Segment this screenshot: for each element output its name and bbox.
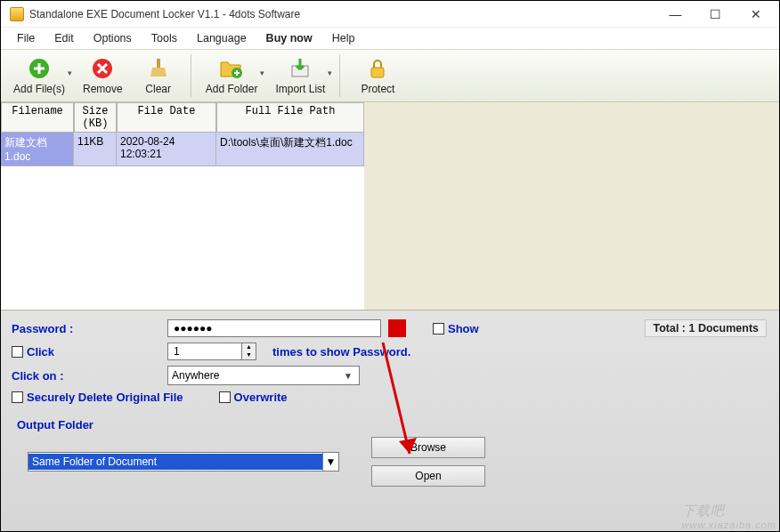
- overwrite-checkbox[interactable]: [219, 391, 231, 403]
- svg-rect-5: [371, 68, 384, 77]
- menu-file[interactable]: File: [8, 29, 44, 47]
- click-label: Click: [27, 345, 54, 359]
- menu-buy-now[interactable]: Buy now: [257, 29, 321, 47]
- times-suffix-label: times to show Password.: [272, 345, 410, 359]
- click-on-value: Anywhere: [172, 369, 219, 382]
- add-files-button[interactable]: ▾ Add File(s): [4, 52, 74, 99]
- app-icon: [10, 7, 24, 21]
- clear-label: Clear: [145, 83, 171, 95]
- menu-options[interactable]: Options: [85, 29, 141, 47]
- maximize-button[interactable]: ☐: [695, 2, 735, 27]
- chevron-down-icon: ▼: [322, 453, 338, 471]
- output-folder-label: Output Folder: [17, 418, 768, 431]
- cell-size: 11KB: [74, 133, 117, 166]
- total-documents-badge: Total : 1 Documents: [645, 319, 767, 337]
- click-checkbox[interactable]: [12, 346, 23, 358]
- file-grid[interactable]: Filename Size (KB) File Date Full File P…: [1, 102, 364, 310]
- remove-label: Remove: [83, 83, 123, 95]
- menu-help[interactable]: Help: [323, 29, 364, 47]
- import-list-label: Import List: [275, 83, 325, 95]
- col-date[interactable]: File Date: [117, 102, 216, 133]
- col-size[interactable]: Size (KB): [74, 102, 117, 133]
- remove-button[interactable]: Remove: [74, 52, 132, 99]
- chevron-down-icon: ▼: [341, 371, 355, 381]
- chevron-down-icon: ▾: [68, 69, 72, 77]
- click-on-label: Click on :: [12, 369, 167, 383]
- clear-button[interactable]: Clear: [132, 52, 185, 99]
- protect-button[interactable]: Protect: [345, 52, 410, 99]
- add-files-label: Add File(s): [13, 83, 65, 95]
- remove-icon: [90, 56, 115, 81]
- toolbar-separator: [339, 54, 340, 97]
- cell-path: D:\tools\桌面\新建文档1.doc: [216, 133, 364, 166]
- password-input[interactable]: ●●●●●●: [167, 319, 381, 337]
- output-folder-value: Same Folder of Document: [28, 454, 322, 470]
- grid-header: Filename Size (KB) File Date Full File P…: [1, 102, 364, 133]
- cell-filename: 新建文档1.doc: [1, 133, 74, 166]
- lock-icon: [365, 56, 390, 81]
- secure-delete-checkbox[interactable]: [12, 391, 23, 403]
- broom-icon: [146, 56, 171, 81]
- add-folder-button[interactable]: ▾ Add Folder: [197, 52, 267, 99]
- chevron-down-icon: ▾: [260, 69, 264, 77]
- close-button[interactable]: ✕: [735, 2, 776, 27]
- browse-button[interactable]: Browse: [371, 437, 485, 458]
- file-list-area: Filename Size (KB) File Date Full File P…: [1, 102, 779, 310]
- import-icon: [288, 56, 313, 81]
- spinner-up[interactable]: ▲: [241, 343, 256, 351]
- col-path[interactable]: Full File Path: [216, 102, 364, 133]
- table-row[interactable]: 新建文档1.doc 11KB 2020-08-24 12:03:21 D:\to…: [1, 133, 364, 166]
- toolbar-separator: [191, 54, 191, 97]
- toolbar: ▾ Add File(s) Remove Clear ▾ Add Folder …: [1, 49, 779, 102]
- svg-rect-2: [157, 59, 160, 68]
- open-button[interactable]: Open: [371, 465, 485, 487]
- overwrite-label: Overwrite: [234, 391, 288, 404]
- show-password-checkbox[interactable]: [433, 323, 444, 335]
- window-title: Standalone EXE Document Locker V1.1 - 4d…: [29, 8, 655, 20]
- chevron-down-icon: ▾: [328, 69, 332, 77]
- output-folder-combo[interactable]: Same Folder of Document ▼: [28, 452, 339, 472]
- secure-delete-label: Securely Delete Original File: [27, 391, 183, 404]
- menu-language[interactable]: Language: [188, 29, 256, 47]
- menu-tools[interactable]: Tools: [142, 29, 186, 47]
- menu-bar: File Edit Options Tools Language Buy now…: [1, 28, 779, 49]
- grid-blank-area: [364, 102, 779, 310]
- show-label: Show: [448, 322, 479, 335]
- import-list-button[interactable]: ▾ Import List: [266, 52, 334, 99]
- cell-date: 2020-08-24 12:03:21: [117, 133, 216, 166]
- titlebar: Standalone EXE Document Locker V1.1 - 4d…: [1, 1, 779, 28]
- menu-edit[interactable]: Edit: [45, 29, 83, 47]
- spinner-value: 1: [174, 345, 180, 358]
- add-folder-label: Add Folder: [206, 83, 258, 95]
- folder-add-icon: [219, 56, 244, 81]
- click-times-spinner[interactable]: 1 ▲▼: [167, 343, 256, 360]
- protect-label: Protect: [361, 83, 394, 95]
- add-icon: [27, 56, 52, 81]
- col-filename[interactable]: Filename: [1, 102, 74, 133]
- options-panel: Total : 1 Documents Password : ●●●●●● Sh…: [1, 310, 779, 531]
- click-on-combo[interactable]: Anywhere ▼: [167, 366, 360, 385]
- minimize-button[interactable]: ―: [655, 2, 695, 27]
- spinner-down[interactable]: ▼: [241, 351, 256, 359]
- password-strength-indicator: [388, 319, 406, 337]
- password-label: Password :: [12, 322, 167, 335]
